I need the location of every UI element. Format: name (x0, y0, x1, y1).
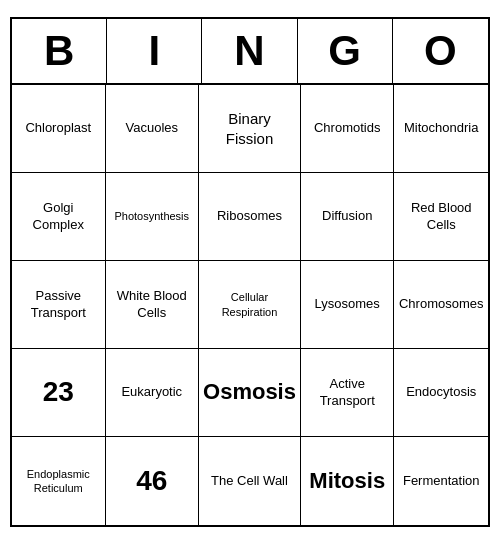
cell-text: Mitochondria (404, 120, 478, 137)
header-letter: I (107, 19, 202, 83)
bingo-cell: White Blood Cells (106, 261, 200, 349)
bingo-cell: Red Blood Cells (394, 173, 488, 261)
header-letter: O (393, 19, 488, 83)
cell-text: Cellular Respiration (203, 290, 296, 319)
bingo-cell: Mitosis (301, 437, 395, 525)
cell-text: 46 (136, 463, 167, 499)
cell-text: Chromosomes (399, 296, 484, 313)
bingo-cell: Mitochondria (394, 85, 488, 173)
bingo-cell: Photosynthesis (106, 173, 200, 261)
cell-text: Golgi Complex (16, 200, 101, 234)
bingo-cell: Passive Transport (12, 261, 106, 349)
bingo-card: BINGO ChloroplastVacuolesBinary FissionC… (10, 17, 490, 527)
bingo-cell: 46 (106, 437, 200, 525)
cell-text: Active Transport (305, 376, 390, 410)
bingo-cell: Golgi Complex (12, 173, 106, 261)
bingo-cell: Eukaryotic (106, 349, 200, 437)
bingo-cell: 23 (12, 349, 106, 437)
bingo-cell: Endoplasmic Reticulum (12, 437, 106, 525)
bingo-cell: Active Transport (301, 349, 395, 437)
bingo-header: BINGO (12, 19, 488, 85)
bingo-cell: Endocytosis (394, 349, 488, 437)
cell-text: Binary Fission (203, 109, 296, 148)
bingo-cell: Vacuoles (106, 85, 200, 173)
bingo-cell: The Cell Wall (199, 437, 301, 525)
bingo-cell: Cellular Respiration (199, 261, 301, 349)
cell-text: Red Blood Cells (398, 200, 484, 234)
bingo-cell: Binary Fission (199, 85, 301, 173)
cell-text: White Blood Cells (110, 288, 195, 322)
cell-text: 23 (43, 374, 74, 410)
cell-text: Photosynthesis (114, 209, 189, 223)
cell-text: The Cell Wall (211, 473, 288, 490)
header-letter: G (298, 19, 393, 83)
header-letter: B (12, 19, 107, 83)
bingo-cell: Chromotids (301, 85, 395, 173)
bingo-cell: Chloroplast (12, 85, 106, 173)
cell-text: Endocytosis (406, 384, 476, 401)
header-letter: N (202, 19, 297, 83)
cell-text: Diffusion (322, 208, 372, 225)
cell-text: Eukaryotic (121, 384, 182, 401)
bingo-grid: ChloroplastVacuolesBinary FissionChromot… (12, 85, 488, 525)
cell-text: Lysosomes (315, 296, 380, 313)
cell-text: Vacuoles (126, 120, 179, 137)
cell-text: Chloroplast (25, 120, 91, 137)
cell-text: Osmosis (203, 378, 296, 407)
cell-text: Endoplasmic Reticulum (16, 467, 101, 496)
bingo-cell: Fermentation (394, 437, 488, 525)
cell-text: Fermentation (403, 473, 480, 490)
cell-text: Mitosis (309, 467, 385, 496)
cell-text: Chromotids (314, 120, 380, 137)
bingo-cell: Ribosomes (199, 173, 301, 261)
bingo-cell: Chromosomes (394, 261, 488, 349)
cell-text: Ribosomes (217, 208, 282, 225)
bingo-cell: Lysosomes (301, 261, 395, 349)
bingo-cell: Osmosis (199, 349, 301, 437)
cell-text: Passive Transport (16, 288, 101, 322)
bingo-cell: Diffusion (301, 173, 395, 261)
